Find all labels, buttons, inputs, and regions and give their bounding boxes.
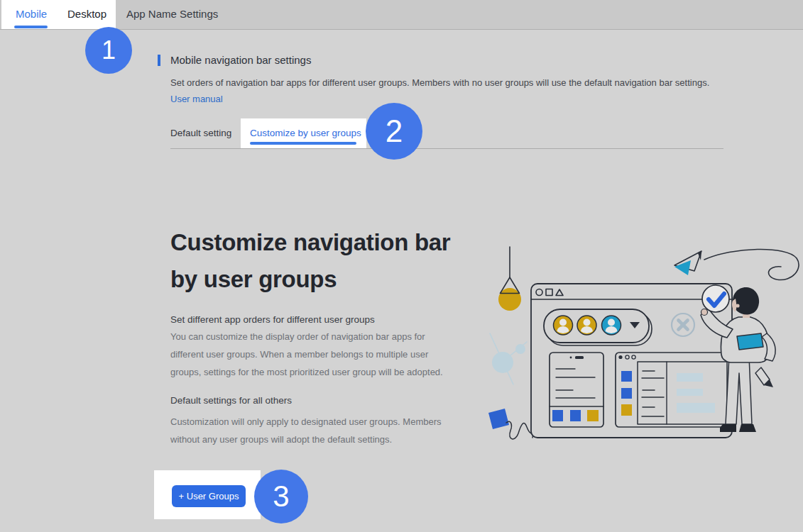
active-tab-underline [14,26,48,28]
avatar-yellow-1 [554,316,573,335]
avatar-yellow-2 [577,316,596,335]
pencil-decoration [755,367,773,387]
subsection-title: Set different app orders for different u… [170,314,375,325]
x-circle-icon [672,314,694,336]
section-title: Mobile navigation bar settings [170,54,311,66]
subtab-divider [170,148,723,149]
step-1-badge: 1 [85,27,132,74]
subsection-body: Customization will only apply to designa… [170,413,442,448]
section-description: Set orders of navigation bar apps for di… [170,77,709,88]
tab-app-name-settings[interactable]: App Name Settings [126,8,218,20]
subsection-title: Default settings for all others [170,395,292,406]
top-tab-bar: Mobile Desktop App Name Settings [0,0,803,30]
subtab-default-setting[interactable]: Default setting [170,128,231,138]
add-user-groups-button[interactable]: + User Groups [172,485,246,507]
paper-plane-decoration [674,249,799,279]
subsection-body: You can customize the display order of n… [170,328,443,381]
avatar-blue [602,316,621,335]
tab-mobile[interactable]: Mobile [16,8,47,20]
mobile-panel-mockup [550,353,603,427]
check-circle-icon [702,285,729,312]
lamp-decoration [498,247,521,311]
customize-navigation-illustration [483,234,802,461]
step-3-badge: 3 [254,470,308,523]
tab-desktop[interactable]: Desktop [67,8,106,20]
section-accent-bar [158,55,160,66]
active-subtab-underline [250,142,356,145]
page-title: Customize navigation bar by user groups [170,224,450,298]
step-2-badge: 2 [366,103,422,160]
desktop-panel-mockup [616,353,729,427]
subtab-customize-by-user-groups[interactable]: Customize by user groups [250,128,361,138]
user-manual-link[interactable]: User manual [170,94,223,104]
user-groups-pill [544,309,652,345]
molecule-decoration [490,333,527,384]
